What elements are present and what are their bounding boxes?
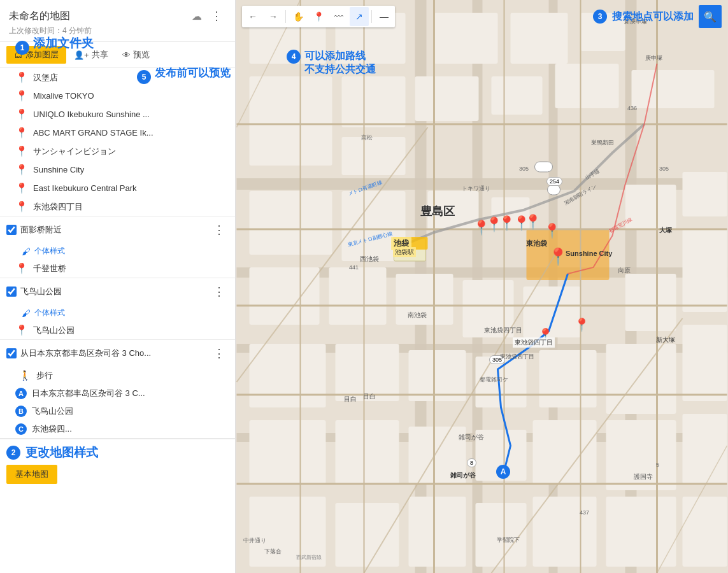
svg-rect-24: [428, 191, 479, 229]
place-name: ABC MART GRAND STAGE Ik...: [33, 128, 153, 138]
place-name: 汉堡店: [33, 72, 58, 83]
main-layout: 未命名的地图 ☁ ⋮ 上次修改时间：4 分钟前 1 添加文件夹 🗂 添加图层 👤…: [0, 0, 728, 573]
svg-rect-28: [250, 267, 320, 325]
sidebar-header: 未命名的地图 ☁ ⋮ 上次修改时间：4 分钟前 1 添加文件夹: [0, 0, 235, 42]
svg-rect-17: [415, 76, 479, 121]
svg-rect-12: [511, 13, 568, 64]
individual-style-3[interactable]: 🖌 个体样式: [0, 305, 235, 321]
waypoint-badge-b: B: [15, 406, 27, 417]
pin-icon: 📍: [15, 90, 28, 102]
svg-rect-27: [683, 172, 727, 216]
svg-rect-50: [336, 503, 399, 567]
layer-header-4[interactable]: 从日本东京都丰岛区杂司谷 3 Cho... ⋮: [0, 340, 235, 367]
svg-rect-29: [329, 267, 387, 325]
preview-label: 预览: [133, 49, 150, 60]
cloud-icon: ☁: [192, 10, 202, 22]
svg-rect-54: [606, 497, 676, 567]
svg-rect-26: [625, 185, 676, 229]
place-abc-mart[interactable]: 📍 ABC MART GRAND STAGE Ik...: [0, 124, 235, 142]
svg-rect-34: [683, 229, 727, 312]
map-area[interactable]: ← → ✋ 📍 〰 ↗ — 3 搜索地点可以添加 🔍: [236, 0, 728, 573]
layer-title-2: 面影桥附近: [20, 224, 206, 236]
svg-rect-44: [409, 427, 466, 484]
pin-icon: 📍: [15, 71, 28, 83]
individual-style-2[interactable]: 🖌 个体样式: [0, 243, 235, 259]
svg-rect-33: [625, 274, 676, 331]
style-icon: 🖌: [22, 308, 31, 318]
waypoint-name-b: 飞鸟山公园: [32, 406, 73, 417]
place-name: UNIQLO Ikebukuro Sunshine ...: [33, 110, 150, 119]
layer-more-3[interactable]: ⋮: [210, 283, 229, 300]
place-name: 千登世桥: [33, 263, 66, 274]
pin-icon: 📍: [15, 145, 28, 157]
svg-rect-75: [548, 185, 560, 195]
svg-rect-11: [434, 13, 498, 64]
pin-icon: 📍: [15, 182, 28, 194]
svg-rect-55: [683, 497, 727, 567]
layer-list[interactable]: 📍 汉堡店 📍 Mixalive TOKYO 📍 UNIQLO Ikebukur…: [0, 68, 235, 573]
pin-icon: 📍: [15, 127, 28, 139]
svg-rect-15: [342, 76, 406, 127]
layer-section-2: 面影桥附近 ⋮ 🖌 个体样式 📍 千登世桥: [0, 216, 235, 278]
style-label: 个体样式: [34, 308, 65, 318]
waypoint-name-c: 东池袋四...: [32, 423, 72, 435]
place-uniqlo[interactable]: 📍 UNIQLO Ikebukuro Sunshine ...: [0, 105, 235, 124]
eye-icon: 👁: [122, 50, 131, 60]
layer-title-3: 飞鸟山公园: [20, 286, 206, 297]
waypoint-c[interactable]: C 东池袋四...: [0, 420, 235, 438]
pin-icon: 📍: [15, 108, 28, 120]
preview-btn[interactable]: 👁 预览: [116, 46, 156, 64]
svg-rect-37: [409, 350, 466, 401]
svg-rect-47: [606, 420, 676, 490]
more-options-btn[interactable]: ⋮: [207, 8, 226, 24]
waypoint-badge-a: A: [15, 388, 27, 399]
svg-rect-22: [250, 191, 332, 255]
waypoint-b[interactable]: B 飞鸟山公园: [0, 402, 235, 420]
waypoint-name-a: 日本东京都丰岛区杂司谷 3 C...: [32, 388, 145, 399]
annotation-label-1: 添加文件夹: [33, 35, 94, 52]
layer-section-4: 从日本东京都丰岛区杂司谷 3 Cho... ⋮ 🚶 步行 A 日本东京都丰岛区杂…: [0, 340, 235, 439]
layer-checkbox-3[interactable]: [6, 286, 17, 297]
svg-rect-18: [492, 76, 543, 115]
place-sunshine-vision[interactable]: 📍 サンシャインビジョン: [0, 142, 235, 160]
layer-header-3[interactable]: 飞鸟山公园 ⋮: [0, 278, 235, 305]
base-map-btn[interactable]: 基本地图: [6, 465, 57, 484]
svg-rect-40: [606, 344, 676, 414]
svg-rect-39: [539, 350, 597, 407]
svg-rect-51: [409, 497, 466, 567]
waypoint-badge-c: C: [15, 423, 27, 435]
style-icon: 🖌: [22, 246, 31, 257]
pin-icon: 📍: [15, 324, 28, 336]
layer-more-4[interactable]: ⋮: [210, 345, 229, 362]
place-mixalive[interactable]: 📍 Mixalive TOKYO: [0, 87, 235, 105]
waypoint-a[interactable]: A 日本东京都丰岛区杂司谷 3 C...: [0, 385, 235, 402]
svg-rect-35: [250, 344, 326, 407]
annotation-badge-5: 5: [137, 70, 151, 84]
layer-checkbox-2[interactable]: [6, 225, 17, 235]
place-asukayama[interactable]: 📍 飞鸟山公园: [0, 321, 235, 339]
svg-rect-46: [533, 420, 597, 484]
place-central-park[interactable]: 📍 East Ikebukuro Central Park: [0, 179, 235, 197]
svg-rect-14: [250, 76, 332, 166]
pin-icon: 📍: [15, 201, 28, 213]
svg-rect-42: [250, 420, 326, 484]
svg-rect-20: [632, 70, 715, 108]
layer-more-2[interactable]: ⋮: [210, 222, 229, 238]
svg-rect-73: [535, 162, 553, 172]
place-name: 飞鸟山公园: [33, 325, 75, 336]
svg-rect-41: [683, 325, 727, 401]
svg-rect-48: [683, 414, 727, 484]
place-name: Sunshine City: [33, 165, 84, 174]
place-sunshine-city[interactable]: 📍 Sunshine City: [0, 160, 235, 179]
layer-header-2[interactable]: 面影桥附近 ⋮: [0, 216, 235, 243]
place-higashiikebukuro[interactable]: 📍 东池袋四丁目: [0, 197, 235, 216]
pin-icon: 📍: [15, 262, 28, 274]
layer-title-4: 从日本东京都丰岛区杂司谷 3 Cho...: [20, 348, 206, 359]
svg-rect-53: [533, 497, 597, 567]
svg-rect-49: [250, 497, 326, 567]
layer-section-3: 飞鸟山公园 ⋮ 🖌 个体样式 📍 飞鸟山公园: [0, 278, 235, 340]
place-chitosebridge[interactable]: 📍 千登世桥: [0, 259, 235, 278]
layer-checkbox-4[interactable]: [6, 348, 17, 358]
layer-section-1: 📍 汉堡店 📍 Mixalive TOKYO 📍 UNIQLO Ikebukur…: [0, 68, 235, 216]
svg-rect-19: [555, 64, 619, 108]
